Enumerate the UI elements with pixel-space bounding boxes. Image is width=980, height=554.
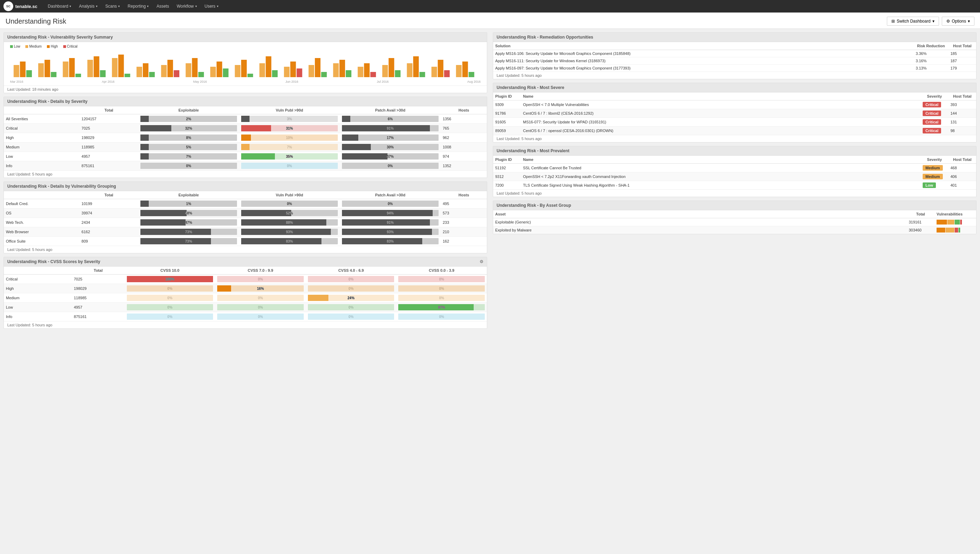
bar-chart-svg	[6, 51, 484, 79]
severity-total: 875161	[80, 161, 138, 170]
svg-rect-17	[149, 72, 154, 77]
nav-workflow[interactable]: Workflow ▾	[173, 0, 200, 13]
plugin-id: 9309	[493, 100, 521, 109]
severity-name: Critical	[4, 124, 80, 133]
most-severe-header: Understanding Risk - Most Severe	[493, 83, 976, 92]
svg-rect-18	[161, 65, 167, 77]
cvss-79: 0%	[215, 303, 306, 312]
svg-rect-7	[69, 58, 75, 77]
severity-vuln-publ: 10%	[239, 133, 340, 143]
severity-total: 4957	[80, 152, 138, 161]
severity-vuln-publ: 3%	[239, 115, 340, 124]
nav-assets[interactable]: Assets	[153, 0, 172, 13]
svg-rect-45	[382, 65, 388, 77]
severity-total: 198029	[80, 133, 138, 143]
svg-rect-26	[223, 68, 228, 77]
col-cvss79: CVSS 7.0 - 9.9	[215, 267, 306, 275]
col-asset: Asset	[493, 210, 907, 218]
nav-dashboard[interactable]: Dashboard ▾	[45, 0, 75, 13]
nav-scans[interactable]: Scans ▾	[102, 0, 123, 13]
left-column: Understanding Risk - Vulnerability Sever…	[3, 32, 490, 554]
group-vuln-publ: 88%	[239, 218, 340, 227]
svg-rect-15	[137, 67, 142, 77]
col-host-total: Host Total	[948, 156, 976, 164]
severity-patch-avail: 47%	[340, 152, 441, 161]
svg-rect-35	[297, 68, 302, 77]
col-name	[4, 267, 72, 275]
chart-x-axis: Mar 2016 Apr 2016 May 2016 Jun 2016 Jul …	[6, 80, 484, 83]
svg-rect-29	[247, 74, 253, 77]
col-severity: Severity	[921, 156, 948, 164]
svg-rect-38	[321, 72, 327, 77]
group-exploitable: 73%	[138, 237, 239, 246]
switch-dashboard-button[interactable]: ⊞ Switch Dashboard ▾	[887, 17, 939, 26]
severity-patch-avail: 6%	[340, 115, 441, 124]
cvss-79: 0%	[215, 293, 306, 303]
options-button[interactable]: ⚙ Options ▾	[942, 17, 974, 26]
svg-rect-23	[199, 72, 204, 77]
chevron-down-icon: ▾	[70, 5, 71, 8]
group-hosts: 495	[441, 199, 487, 209]
details-by-severity-footer: Last Updated: 5 hours ago	[4, 170, 487, 178]
svg-rect-47	[395, 70, 400, 77]
severity-badge: Low	[921, 181, 948, 190]
col-name	[4, 191, 80, 199]
cvss-10: 0%	[125, 312, 215, 322]
by-asset-group-body: Asset Total Vulnerabilities Exploitable …	[493, 210, 976, 234]
svg-rect-9	[87, 60, 93, 77]
group-vuln-publ: 83%	[239, 237, 340, 246]
nav-analysis[interactable]: Analysis ▾	[75, 0, 101, 13]
svg-rect-34	[290, 62, 296, 77]
cvss-name: Critical	[4, 275, 72, 284]
col-cvss46: CVSS 4.0 - 6.9	[306, 267, 396, 275]
chevron-down-icon: ▾	[217, 5, 219, 8]
remediation-host-total: 187	[948, 57, 976, 65]
remediation-risk-reduction: 3.13%	[914, 65, 948, 72]
severity-name: All Severities	[4, 115, 80, 124]
asset-total: 303460	[907, 226, 934, 234]
table-row: Critical 7025 32% 31% 91% 765	[4, 124, 487, 133]
svg-rect-13	[118, 54, 124, 77]
by-asset-group-header: Understanding Risk - By Asset Group	[493, 201, 976, 210]
col-cvss10: CVSS 10.0	[125, 267, 215, 275]
table-row: Low 4957 0% 0% 0% 87%	[4, 303, 487, 312]
svg-rect-53	[444, 70, 450, 77]
host-total: 468	[948, 164, 976, 172]
group-total: 10199	[80, 199, 138, 209]
col-plugin-id: Plugin ID	[493, 156, 521, 164]
right-column: Understanding Risk - Remediation Opportu…	[490, 32, 977, 554]
chevron-down-icon: ▾	[118, 5, 120, 8]
cvss-10: 0%	[125, 284, 215, 293]
col-vuln-publ: Vuln Publ >90d	[239, 191, 340, 199]
table-row: 91786 CentOS 6 / 7 : libxml2 (CESA-2016:…	[493, 109, 976, 118]
plugin-id: 91786	[493, 109, 521, 118]
nav-reporting[interactable]: Reporting ▾	[124, 0, 152, 13]
group-exploitable: 48%	[138, 209, 239, 218]
nav-users[interactable]: Users ▾	[201, 0, 222, 13]
most-severe-table: Plugin ID Name Severity Host Total 9309 …	[493, 92, 976, 135]
group-patch-avail: 0%	[340, 199, 441, 209]
details-by-severity-table: Total Exploitable Vuln Publ >90d Patch A…	[4, 107, 487, 170]
page-actions: ⊞ Switch Dashboard ▾ ⚙ Options ▾	[887, 17, 974, 26]
table-row: Info 875161 0% 0% 0% 1352	[4, 161, 487, 170]
most-prevalent-footer: Last Updated: 5 hours ago	[493, 189, 976, 197]
svg-rect-51	[431, 67, 437, 77]
group-exploitable: 47%	[138, 218, 239, 227]
gear-icon[interactable]: ⚙	[480, 259, 484, 264]
remediation-host-total: 179	[948, 65, 976, 72]
remediation-body: Solution Risk Reduction Host Total Apply…	[493, 42, 976, 72]
severity-hosts: 765	[441, 124, 487, 133]
table-row: High 198029 8% 10% 17% 962	[4, 133, 487, 143]
grid-icon: ⊞	[891, 19, 895, 24]
severity-exploitable: 32%	[138, 124, 239, 133]
cvss-total: 118985	[72, 293, 124, 303]
cvss-scores-card: Understanding Risk - CVSS Scores by Seve…	[3, 257, 487, 329]
severity-hosts: 1352	[441, 161, 487, 170]
table-row: OS 39974 48% 52% 94% 573	[4, 209, 487, 218]
severity-badge: Critical	[921, 100, 948, 109]
most-prevalent-header: Understanding Risk - Most Prevalent	[493, 146, 976, 156]
vuln-severity-summary-card: Understanding Risk - Vulnerability Sever…	[3, 32, 487, 93]
svg-rect-27	[235, 65, 240, 77]
host-total: 144	[948, 109, 976, 118]
table-row: Office Suite 809 73% 83% 83% 162	[4, 237, 487, 246]
